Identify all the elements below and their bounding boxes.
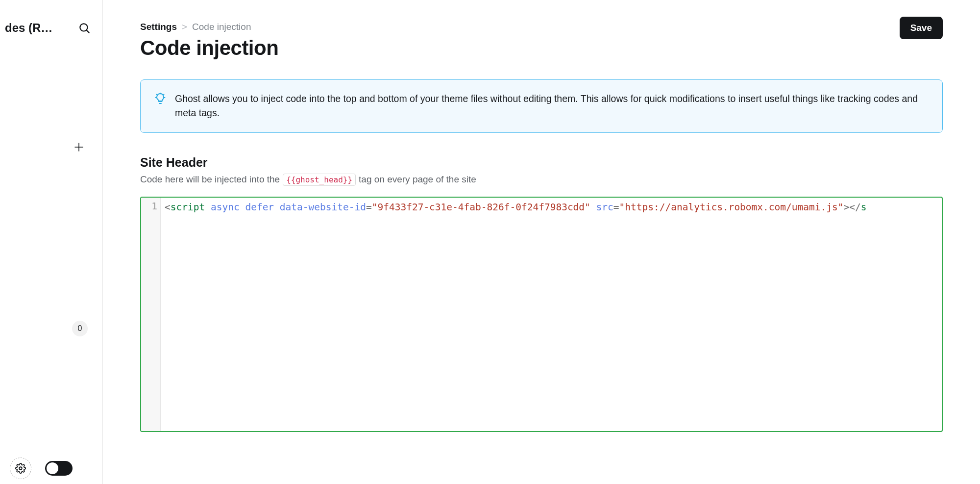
- sidebar: des (R… 0: [0, 0, 103, 484]
- plus-icon: [73, 141, 85, 153]
- breadcrumb-root[interactable]: Settings: [140, 22, 177, 32]
- count-badge: 0: [72, 321, 88, 336]
- search-icon: [78, 22, 91, 34]
- gear-icon: [15, 463, 26, 474]
- info-banner: Ghost allows you to inject code into the…: [140, 79, 943, 133]
- svg-line-1: [87, 30, 89, 33]
- save-button[interactable]: Save: [900, 17, 943, 39]
- editor-gutter: 1: [141, 198, 161, 431]
- svg-line-9: [164, 95, 164, 95]
- topbar: Settings > Code injection Code injection…: [103, 0, 980, 60]
- svg-point-4: [19, 467, 22, 470]
- section-title-site-header: Site Header: [140, 155, 943, 170]
- editor-body[interactable]: <script async defer data-website-id="9f4…: [161, 198, 942, 431]
- breadcrumb-leaf: Code injection: [192, 22, 251, 32]
- desc-prefix: Code here will be injected into the: [140, 174, 280, 185]
- ghost-head-token: {{ghost_head}}: [283, 174, 356, 186]
- main: Settings > Code injection Code injection…: [103, 0, 980, 484]
- sidebar-footer: [0, 458, 102, 484]
- chevron-right-icon: >: [182, 22, 187, 32]
- page-title: Code injection: [140, 36, 278, 60]
- settings-button[interactable]: [10, 458, 31, 479]
- sidebar-body: 0: [0, 46, 102, 458]
- content: Ghost allows you to inject code into the…: [103, 60, 980, 484]
- svg-line-8: [157, 95, 157, 95]
- breadcrumb: Settings > Code injection: [140, 22, 278, 32]
- search-button[interactable]: [76, 20, 93, 36]
- section-description: Code here will be injected into the {{gh…: [140, 174, 943, 186]
- desc-suffix: tag on every page of the site: [359, 174, 476, 185]
- theme-toggle[interactable]: [45, 461, 73, 476]
- lightbulb-icon: [154, 93, 166, 104]
- line-number: 1: [141, 201, 157, 212]
- code-editor-site-header[interactable]: 1 <script async defer data-website-id="9…: [140, 197, 943, 432]
- sidebar-header: des (R…: [0, 0, 102, 46]
- site-title: des (R…: [5, 21, 68, 35]
- add-button[interactable]: [71, 139, 87, 156]
- info-text: Ghost allows you to inject code into the…: [175, 92, 929, 121]
